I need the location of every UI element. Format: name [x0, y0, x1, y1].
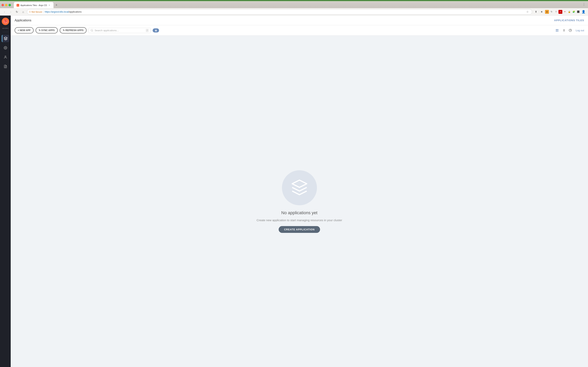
- ext-violentmonkey[interactable]: V: [545, 10, 549, 14]
- sidebar-item-user[interactable]: [2, 53, 9, 61]
- svg-rect-8: [557, 29, 558, 30]
- layers-empty-icon: [291, 179, 308, 197]
- view-title: APPLICATIONS TILES: [554, 19, 584, 22]
- bookmark-star-button[interactable]: ★: [539, 9, 544, 14]
- chart-view-button[interactable]: [568, 28, 573, 33]
- svg-marker-0: [4, 37, 7, 39]
- empty-state: No applications yet Create new applicati…: [11, 36, 588, 367]
- empty-icon-circle: [282, 170, 317, 205]
- svg-point-1: [5, 47, 6, 48]
- browser-toolbar-actions: ⬆ ★ V ↻ ? P ✏ 🔒 🧩 ⬛ 👤: [533, 9, 586, 14]
- svg-rect-10: [557, 31, 558, 32]
- maximize-window-button[interactable]: [8, 4, 11, 6]
- browser-chrome: 🐙 Applications Tiles - Argo CD ✕ + ⋮ ‹ ›…: [0, 0, 588, 16]
- ext-sidebar[interactable]: ⬛: [576, 10, 580, 14]
- tab-title: Applications Tiles - Argo CD: [20, 4, 47, 6]
- forward-button[interactable]: ›: [8, 9, 13, 14]
- minimize-window-button[interactable]: [5, 4, 7, 6]
- list-icon: [562, 29, 565, 32]
- list-view-button[interactable]: [561, 28, 566, 33]
- close-window-button[interactable]: [1, 4, 4, 6]
- settings-icon: [4, 46, 7, 50]
- empty-title: No applications yet: [281, 210, 318, 215]
- browser-menu-button[interactable]: ⋮: [581, 2, 587, 7]
- app-header: Applications APPLICATIONS TILES: [11, 16, 588, 25]
- svg-rect-9: [556, 31, 557, 32]
- sidebar-divider: [2, 32, 8, 32]
- user-icon: [4, 55, 7, 59]
- security-warning: ⚠ Not Secure: [29, 10, 42, 13]
- empty-subtitle: Create new application to start managing…: [256, 218, 342, 222]
- sync-apps-button[interactable]: ↻ SYNC APPS: [36, 27, 58, 33]
- tab-favicon: 🐙: [17, 4, 19, 7]
- traffic-lights: [1, 4, 11, 6]
- active-tab[interactable]: 🐙 Applications Tiles - Argo CD ✕: [14, 2, 54, 8]
- new-tab-button[interactable]: +: [54, 2, 59, 8]
- bookmark-button[interactable]: ☆: [525, 9, 530, 14]
- ext-puzzle[interactable]: 🧩: [572, 10, 576, 14]
- search-input[interactable]: [94, 29, 144, 32]
- sidebar-item-settings[interactable]: [2, 44, 9, 51]
- ext-edit[interactable]: ✏: [563, 10, 567, 14]
- filter-button[interactable]: ▤: [153, 28, 159, 33]
- logo-inner: 🐙: [2, 18, 9, 25]
- sidebar-item-applications[interactable]: [2, 35, 9, 42]
- pie-chart-icon: [569, 29, 572, 32]
- tab-bar: 🐙 Applications Tiles - Argo CD ✕ +: [14, 1, 580, 8]
- ext-analytics[interactable]: P: [558, 10, 562, 14]
- warning-icon: ⚠: [29, 10, 31, 13]
- address-bar[interactable]: ⚠ Not Secure https://argocd.k8s.local/ap…: [27, 9, 532, 15]
- search-icon: [91, 29, 93, 32]
- create-application-button[interactable]: CREATE APPLICATION: [279, 226, 320, 233]
- svg-rect-7: [556, 29, 557, 30]
- share-button[interactable]: ⬆: [533, 9, 538, 14]
- svg-point-5: [91, 29, 93, 31]
- svg-marker-17: [292, 180, 307, 187]
- svg-point-2: [5, 56, 6, 57]
- app-toolbar: + NEW APP ↻ SYNC APPS ↻ REFRESH APPS / ▤: [11, 25, 588, 36]
- docs-icon: [4, 65, 7, 68]
- search-shortcut: /: [146, 29, 149, 32]
- grid-icon: [555, 29, 559, 32]
- browser-top-bar: 🐙 Applications Tiles - Argo CD ✕ + ⋮: [0, 0, 588, 8]
- tab-close-button[interactable]: ✕: [48, 4, 51, 7]
- svg-line-6: [92, 31, 93, 32]
- url-display: https://argocd.k8s.local/applications: [45, 10, 524, 13]
- back-button[interactable]: ‹: [2, 9, 7, 14]
- view-toggle: Log out: [554, 28, 584, 33]
- profile-button[interactable]: 👤: [581, 9, 586, 14]
- extensions-area: V ↻ ? P ✏ 🔒 🧩 ⬛: [545, 10, 580, 14]
- new-app-button[interactable]: + NEW APP: [15, 27, 34, 33]
- main-content: Applications APPLICATIONS TILES + NEW AP…: [11, 16, 588, 367]
- browser-toolbar: ‹ › ↻ ⌂ ⚠ Not Secure https://argocd.k8s.…: [0, 8, 588, 16]
- app-container: 🐙 v2.4.9+1: [0, 16, 588, 367]
- version-badge: v2.4.9+1: [2, 27, 8, 29]
- sidebar-item-docs[interactable]: [2, 63, 9, 70]
- layers-icon: [4, 37, 8, 41]
- home-button[interactable]: ⌂: [21, 9, 26, 14]
- page-title: Applications: [15, 19, 31, 22]
- sidebar: 🐙 v2.4.9+1: [0, 16, 11, 367]
- refresh-apps-button[interactable]: ↻ REFRESH APPS: [60, 27, 86, 33]
- logout-button[interactable]: Log out: [576, 29, 584, 32]
- app-logo[interactable]: 🐙: [1, 17, 9, 25]
- search-container: /: [88, 28, 151, 33]
- ext-sync[interactable]: ↻: [549, 10, 553, 14]
- grid-view-button[interactable]: [554, 28, 560, 33]
- ext-help[interactable]: ?: [554, 10, 558, 14]
- reload-button[interactable]: ↻: [14, 9, 19, 14]
- ext-lock[interactable]: 🔒: [567, 10, 571, 14]
